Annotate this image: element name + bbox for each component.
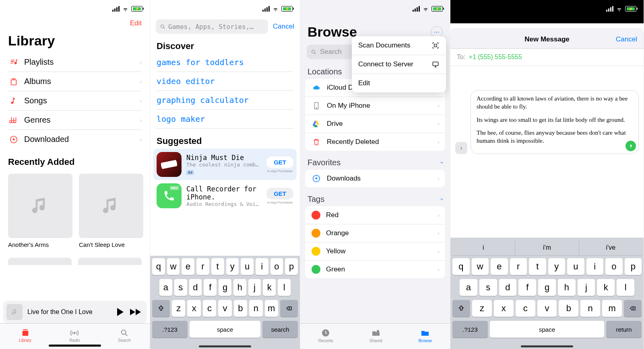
discover-suggestion[interactable]: video editor xyxy=(157,72,293,91)
play-icon[interactable] xyxy=(117,308,124,316)
key-e[interactable]: e xyxy=(182,258,194,275)
key-v[interactable]: v xyxy=(218,300,231,317)
key-h[interactable]: h xyxy=(233,279,246,296)
chevron-down-icon[interactable]: › xyxy=(439,198,445,200)
space-key[interactable]: space xyxy=(190,321,260,338)
key-c[interactable]: c xyxy=(516,300,535,317)
key-n[interactable]: n xyxy=(580,300,600,317)
to-field[interactable]: To: +1 (555) 555-5555 xyxy=(450,49,644,66)
tab-search[interactable]: Search xyxy=(118,328,131,343)
key-w[interactable]: w xyxy=(167,258,180,275)
menu-scan-documents[interactable]: Scan Documents xyxy=(352,36,446,55)
key-i[interactable]: i xyxy=(256,258,268,275)
album-item[interactable]: Can't Sleep Love xyxy=(79,174,143,248)
menu-connect-server[interactable]: Connect to Server xyxy=(352,55,446,74)
get-button[interactable]: GET xyxy=(266,156,293,168)
edit-button[interactable]: Edit xyxy=(130,19,142,27)
key-g[interactable]: g xyxy=(538,279,556,296)
tag-item[interactable]: Red› xyxy=(305,206,445,224)
return-key[interactable]: return xyxy=(606,321,642,338)
discover-suggestion[interactable]: logo maker xyxy=(157,110,293,129)
key-q[interactable]: q xyxy=(452,258,470,275)
numbers-key[interactable]: .?123 xyxy=(452,321,488,338)
library-item-playlists[interactable]: Playlists › xyxy=(8,53,142,72)
now-playing-bar[interactable]: Live for the One I Love xyxy=(3,301,147,323)
cancel-button[interactable]: Cancel xyxy=(273,23,294,31)
library-item-songs[interactable]: Songs › xyxy=(8,91,142,111)
key-d[interactable]: d xyxy=(499,279,517,296)
key-v[interactable]: v xyxy=(537,300,557,317)
key-z[interactable]: z xyxy=(172,300,185,317)
home-indicator[interactable] xyxy=(521,345,573,347)
key-r[interactable]: r xyxy=(196,258,209,275)
backspace-key[interactable] xyxy=(624,300,642,317)
tab-recents[interactable]: Recents xyxy=(318,328,333,343)
numbers-key[interactable]: .?123 xyxy=(152,321,188,338)
home-indicator[interactable] xyxy=(199,345,251,347)
library-item-albums[interactable]: Albums › xyxy=(8,72,142,91)
key-u[interactable]: u xyxy=(241,258,254,275)
key-i[interactable]: i xyxy=(586,258,604,275)
key-n[interactable]: n xyxy=(249,300,262,317)
key-p[interactable]: p xyxy=(285,258,298,275)
key-u[interactable]: u xyxy=(567,258,584,275)
key-m[interactable]: m xyxy=(602,300,622,317)
location-recently-deleted[interactable]: Recently Deleted › xyxy=(305,133,445,151)
tab-shared[interactable]: Shared xyxy=(369,328,382,343)
chevron-down-icon[interactable]: › xyxy=(439,162,445,163)
tag-item[interactable]: Yellow› xyxy=(305,242,445,261)
key-b[interactable]: b xyxy=(559,300,578,317)
expand-button[interactable]: › xyxy=(455,142,467,154)
message-input-bubble[interactable]: According to all known laws of aviation,… xyxy=(471,90,639,154)
prediction[interactable]: i'm xyxy=(515,240,579,255)
key-p[interactable]: p xyxy=(625,258,642,275)
prediction[interactable]: i xyxy=(452,240,515,255)
key-t[interactable]: t xyxy=(211,258,224,275)
key-s[interactable]: s xyxy=(479,279,497,296)
key-j[interactable]: j xyxy=(248,279,261,296)
album-item[interactable]: Another's Arms xyxy=(8,174,72,248)
key-a[interactable]: a xyxy=(460,279,477,296)
shift-key[interactable] xyxy=(452,300,470,317)
tab-library[interactable]: Library xyxy=(19,328,31,343)
backspace-key[interactable] xyxy=(280,300,298,317)
key-l[interactable]: l xyxy=(278,279,291,296)
key-k[interactable]: k xyxy=(263,279,276,296)
fast-forward-icon[interactable] xyxy=(130,309,141,315)
home-indicator[interactable] xyxy=(49,345,101,347)
menu-edit[interactable]: Edit xyxy=(352,74,446,92)
search-input[interactable]: Games, Apps, Stories,… xyxy=(156,19,268,34)
key-r[interactable]: r xyxy=(510,258,527,275)
key-f[interactable]: f xyxy=(518,279,536,296)
location-drive[interactable]: Drive › xyxy=(305,115,445,133)
discover-suggestion[interactable]: games for toddlers xyxy=(157,53,293,72)
suggested-app[interactable]: REC Call Recorder for iPhone. Audio Reco… xyxy=(150,180,300,211)
key-q[interactable]: q xyxy=(152,258,165,275)
tag-item[interactable]: Green› xyxy=(305,261,445,278)
key-o[interactable]: o xyxy=(270,258,283,275)
key-s[interactable]: s xyxy=(174,279,187,296)
shift-key[interactable] xyxy=(152,300,170,317)
key-e[interactable]: e xyxy=(491,258,508,275)
send-button[interactable] xyxy=(625,141,636,151)
location-iphone[interactable]: On My iPhone › xyxy=(305,97,445,115)
key-t[interactable]: t xyxy=(529,258,546,275)
cancel-button[interactable]: Cancel xyxy=(616,35,637,43)
key-k[interactable]: k xyxy=(597,279,615,296)
key-h[interactable]: h xyxy=(558,279,576,296)
key-c[interactable]: c xyxy=(203,300,216,317)
discover-suggestion[interactable]: graphing calculator xyxy=(157,91,293,110)
space-key[interactable]: space xyxy=(490,321,604,338)
key-d[interactable]: d xyxy=(189,279,202,296)
key-w[interactable]: w xyxy=(472,258,489,275)
favorite-downloads[interactable]: Downloads › xyxy=(305,170,445,187)
key-g[interactable]: g xyxy=(219,279,231,296)
suggested-app[interactable]: Ninja Must Die The coolest ninja combat…… xyxy=(153,149,297,180)
key-b[interactable]: b xyxy=(234,300,247,317)
key-j[interactable]: j xyxy=(578,279,595,296)
key-z[interactable]: z xyxy=(472,300,492,317)
tab-radio[interactable]: Radio xyxy=(69,328,80,343)
key-f[interactable]: f xyxy=(204,279,217,296)
library-item-downloaded[interactable]: Downloaded › xyxy=(8,130,142,149)
tab-browse[interactable]: Browse xyxy=(419,328,432,343)
